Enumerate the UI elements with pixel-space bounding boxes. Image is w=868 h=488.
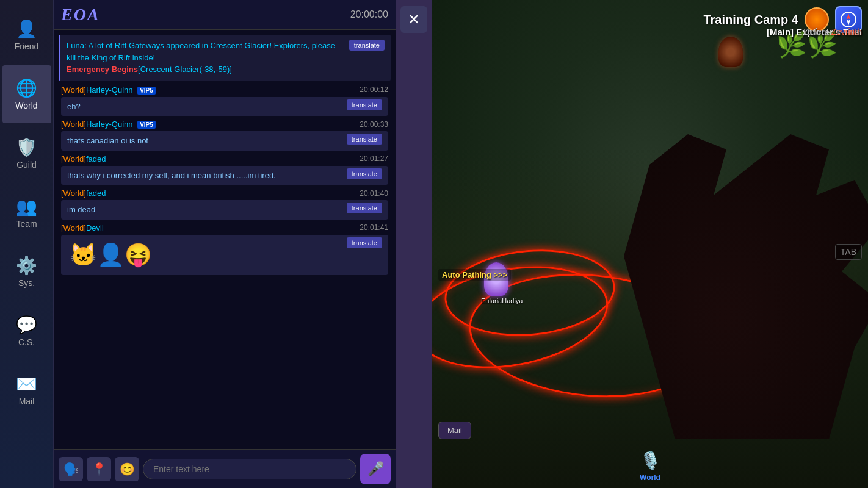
sidebar-item-label: World bbox=[15, 101, 37, 110]
guild-icon: 🛡️ bbox=[16, 137, 37, 157]
system-message: translate Luna: A lot of Rift Gateways a… bbox=[59, 35, 391, 81]
sidebar-item-label: Mail bbox=[19, 396, 35, 406]
chat-emoji: 🐱‍👤😝 bbox=[67, 240, 154, 270]
sidebar-item-friend[interactable]: 👤 Friend bbox=[2, 6, 51, 64]
chat-bubble-5: translate 🐱‍👤😝 bbox=[61, 235, 388, 275]
mic-button[interactable]: 🎤 bbox=[360, 454, 391, 484]
close-panel: ✕ bbox=[396, 0, 432, 488]
toolbar-button[interactable]: 🗣️ bbox=[59, 457, 83, 481]
chat-sender-row-3: [World]faded 20:01:27 bbox=[59, 153, 391, 165]
sidebar-item-guild[interactable]: 🛡️ Guild bbox=[2, 124, 51, 182]
chat-sender-row-5: [World]Devil 20:01:41 bbox=[59, 222, 391, 234]
chat-header: EOA 20:00:00 bbox=[54, 0, 396, 30]
sidebar-item-label: C.S. bbox=[18, 337, 35, 347]
close-icon: ✕ bbox=[408, 11, 420, 28]
player-name: EulariaHadiya bbox=[481, 297, 512, 304]
game-viewport: 🌿🌿 EulariaHadiya Training Camp 4 [Main] … bbox=[432, 0, 868, 488]
chat-logo: EOA bbox=[61, 5, 100, 24]
chat-text-input[interactable] bbox=[143, 459, 356, 479]
chat-input-area: 🗣️ 📍 😊 🎤 bbox=[54, 449, 396, 488]
location-icon: 📍 bbox=[92, 462, 107, 476]
friend-icon: 👤 bbox=[16, 19, 37, 39]
vip-badge-1: VIP5 bbox=[137, 87, 156, 95]
crescent-link[interactable]: [Crescent Glacier(-38,-59)] bbox=[138, 65, 232, 74]
translate-button-2[interactable]: translate bbox=[347, 134, 382, 145]
chat-sender-3: [World]faded bbox=[61, 154, 106, 163]
mic-icon: 🎤 bbox=[367, 461, 384, 477]
world-button-label: World bbox=[640, 473, 660, 482]
chat-sender-2: [World]Harley-Quinn VIP5 bbox=[61, 120, 156, 129]
sidebar-item-label: Friend bbox=[15, 41, 39, 51]
world-button-icon: 🎙️ bbox=[640, 451, 661, 471]
world-icon: 🌐 bbox=[16, 78, 37, 98]
system-text: Luna: A lot of Rift Gateways appeared in… bbox=[67, 40, 385, 76]
sidebar-item-sys[interactable]: ⚙️ Sys. bbox=[2, 243, 51, 301]
chat-panel: EOA 20:00:00 translate Luna: A lot of Ri… bbox=[54, 0, 396, 488]
chat-bubble-1: translate eh? bbox=[61, 97, 388, 117]
mail-icon: ✉️ bbox=[16, 374, 37, 394]
sidebar-item-label: Guild bbox=[16, 160, 37, 170]
tab-label[interactable]: TAB bbox=[835, 244, 862, 260]
chat-row-2: [World]Harley-Quinn VIP5 20:00:33 transl… bbox=[59, 118, 391, 151]
chat-sender-row-4: [World]faded 20:01:40 bbox=[59, 187, 391, 199]
team-icon: 👥 bbox=[16, 196, 37, 217]
sidebar-item-label: Team bbox=[16, 219, 37, 229]
translate-button-0[interactable]: translate bbox=[349, 40, 385, 51]
svg-marker-1 bbox=[847, 13, 850, 20]
chat-sender-1: [World]Harley-Quinn VIP5 bbox=[61, 85, 156, 95]
chat-time-3: 20:01:27 bbox=[360, 154, 388, 163]
chat-sender-row-1: [World]Harley-Quinn VIP5 20:00:12 bbox=[59, 84, 391, 96]
chat-timestamp-header: 20:00:00 bbox=[350, 9, 388, 20]
sidebar-item-mail[interactable]: ✉️ Mail bbox=[2, 361, 51, 419]
emergency-text: Emergency Begins bbox=[67, 65, 138, 74]
translate-button-3[interactable]: translate bbox=[347, 168, 382, 179]
close-button[interactable]: ✕ bbox=[400, 6, 427, 33]
auto-pathing-button[interactable]: Auto Pathing >>> bbox=[438, 269, 511, 281]
chat-bubble-4: translate im dead bbox=[61, 200, 388, 220]
sidebar-item-team[interactable]: 👥 Team bbox=[2, 184, 51, 242]
chat-time-2: 20:00:33 bbox=[360, 120, 388, 129]
chat-sender-row-2: [World]Harley-Quinn VIP5 20:00:33 bbox=[59, 118, 391, 130]
toolbar-icon: 🗣️ bbox=[63, 462, 79, 476]
enemy-character bbox=[715, 37, 746, 73]
translate-button-4[interactable]: translate bbox=[347, 203, 382, 214]
chat-time-5: 20:01:41 bbox=[360, 223, 388, 232]
chat-sender-4: [World]faded bbox=[61, 188, 106, 198]
svg-marker-2 bbox=[847, 20, 850, 26]
translate-button-1[interactable]: translate bbox=[347, 99, 382, 110]
chat-row-system: translate Luna: A lot of Rift Gateways a… bbox=[59, 35, 391, 81]
sidebar-item-label: Sys. bbox=[18, 278, 35, 288]
chat-messages[interactable]: translate Luna: A lot of Rift Gateways a… bbox=[54, 30, 396, 449]
chat-row-1: [World]Harley-Quinn VIP5 20:00:12 transl… bbox=[59, 84, 391, 117]
translate-button-5[interactable]: translate bbox=[347, 237, 382, 248]
chat-time-4: 20:01:40 bbox=[360, 189, 388, 198]
chat-time-1: 20:00:12 bbox=[360, 85, 388, 94]
quest-subtitle: Defeat Zevrinth bbox=[803, 27, 862, 37]
chat-bubble-2: translate thats canadian oi is not bbox=[61, 131, 388, 151]
enemy-sprite bbox=[718, 37, 743, 67]
location-button[interactable]: 📍 bbox=[87, 457, 111, 481]
sidebar-item-cs[interactable]: 💬 C.S. bbox=[2, 302, 51, 360]
chat-bubble-3: translate thats why i corrected my self,… bbox=[61, 166, 388, 185]
quest-title: Training Camp 4 bbox=[703, 13, 798, 27]
vip-badge-2: VIP5 bbox=[137, 121, 156, 129]
sidebar: 👤 Friend 🌐 World 🛡️ Guild 👥 Team ⚙️ Sys.… bbox=[0, 0, 54, 488]
quest-target: Zevrinth bbox=[831, 27, 862, 37]
cs-icon: 💬 bbox=[16, 315, 37, 335]
chat-row-3: [World]faded 20:01:27 translate thats wh… bbox=[59, 153, 391, 185]
chat-sender-5: [World]Devil bbox=[61, 223, 104, 232]
sidebar-item-world[interactable]: 🌐 World bbox=[2, 65, 51, 123]
emoji-button[interactable]: 😊 bbox=[115, 457, 139, 481]
chat-row-4: [World]faded 20:01:40 translate im dead bbox=[59, 187, 391, 220]
chat-row-5: [World]Devil 20:01:41 translate 🐱‍👤😝 bbox=[59, 222, 391, 275]
sys-icon: ⚙️ bbox=[16, 256, 37, 276]
emoji-icon: 😊 bbox=[120, 462, 135, 476]
mail-button[interactable]: Mail bbox=[438, 422, 471, 439]
world-button-area[interactable]: 🎙️ World bbox=[640, 451, 661, 482]
